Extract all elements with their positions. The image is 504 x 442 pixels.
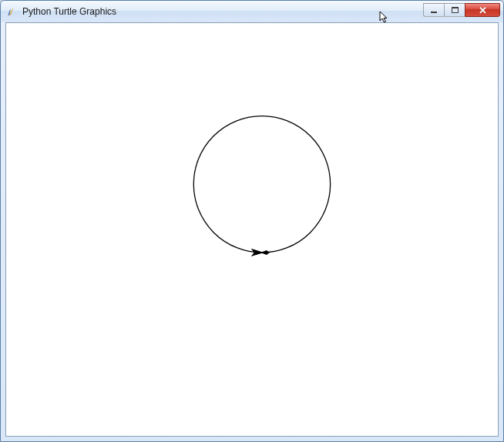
maximize-icon — [452, 7, 459, 13]
titlebar[interactable]: Python Turtle Graphics ✕ — [1, 1, 503, 22]
window-controls: ✕ — [424, 3, 500, 17]
window-title: Python Turtle Graphics — [22, 6, 424, 17]
application-window: Python Turtle Graphics ✕ — [0, 0, 504, 442]
drawn-circle — [193, 116, 330, 253]
client-area — [5, 22, 499, 437]
close-button[interactable]: ✕ — [465, 3, 500, 17]
close-icon: ✕ — [479, 5, 487, 15]
python-feather-icon — [5, 5, 18, 18]
svg-marker-3 — [251, 249, 264, 256]
turtle-canvas — [6, 23, 498, 436]
minimize-button[interactable] — [423, 3, 445, 17]
canvas-svg — [6, 23, 498, 436]
minimize-icon — [431, 12, 437, 13]
maximize-button[interactable] — [444, 3, 465, 17]
